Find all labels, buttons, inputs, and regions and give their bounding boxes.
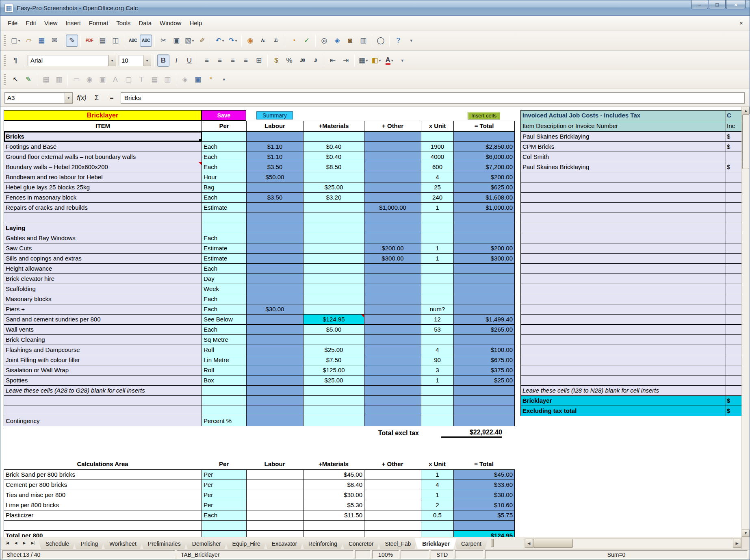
cell-labour[interactable] <box>247 254 303 264</box>
cell-other[interactable] <box>364 223 421 233</box>
maximize-button[interactable]: □ <box>709 0 726 9</box>
cell-other[interactable] <box>364 213 421 223</box>
menu-item-file[interactable]: File <box>4 17 22 28</box>
cell-labour[interactable] <box>247 345 303 355</box>
font-color-icon[interactable]: A▾ <box>383 54 395 67</box>
cell-other[interactable] <box>364 294 421 304</box>
invoice-amount-cell[interactable] <box>726 284 741 294</box>
calc-cell-item[interactable]: Lime per 800 bricks <box>4 500 202 510</box>
cell-total[interactable] <box>454 304 515 315</box>
cell-labour[interactable]: $3.50 <box>247 162 303 172</box>
calc-cell-per[interactable]: Per <box>202 500 247 510</box>
invoice-description-cell[interactable] <box>521 376 726 386</box>
sum-button[interactable]: Σ <box>91 92 103 104</box>
calc-cell-total[interactable]: $30.00 <box>454 490 515 500</box>
vertical-scroll-thumb[interactable] <box>742 114 749 169</box>
column-header-per[interactable]: Per <box>202 121 247 132</box>
cell-materials[interactable] <box>303 172 364 182</box>
previous-sheet-button[interactable]: ◀ <box>11 539 20 547</box>
cell-materials[interactable] <box>303 304 364 315</box>
invoice-description-cell[interactable] <box>521 193 726 203</box>
column-header-item[interactable]: ITEM <box>4 121 202 132</box>
cell-total[interactable]: $200.00 <box>454 243 515 254</box>
calc-cell-other[interactable] <box>364 490 421 500</box>
invoice-description-cell[interactable] <box>521 203 726 213</box>
cell-item[interactable]: Contingency <box>4 416 202 426</box>
invoice-amount-cell[interactable] <box>726 172 741 182</box>
calc-cell-materials[interactable]: $45.00 <box>303 470 364 480</box>
sheet-title-cell[interactable]: Bricklayer <box>4 110 202 121</box>
styles-and-formatting-icon[interactable]: ¶ <box>9 54 22 67</box>
cell-labour[interactable] <box>247 355 303 365</box>
cell-total[interactable]: $7,200.00 <box>454 162 515 172</box>
invoice-amount-cell[interactable] <box>726 243 741 254</box>
align-right-icon[interactable]: ≡ <box>227 54 239 67</box>
invoice-description-cell[interactable] <box>521 274 726 284</box>
add-decimal-icon[interactable]: .00 <box>296 54 308 67</box>
invoice-amount-cell[interactable] <box>726 274 741 284</box>
cell-total[interactable]: $1,499.40 <box>454 315 515 325</box>
cell-total[interactable]: $675.00 <box>454 355 515 365</box>
cell-unit[interactable]: 1900 <box>421 142 454 152</box>
cell-labour[interactable] <box>247 416 303 426</box>
cell-total[interactable]: $1,608.00 <box>454 193 515 203</box>
invoice-amount-header-cell[interactable]: C <box>726 111 741 121</box>
cell-item[interactable]: Flashings and Dampcourse <box>4 345 202 355</box>
cell-unit[interactable]: num? <box>421 304 454 315</box>
name-box-dropdown[interactable]: ▾ <box>65 93 72 103</box>
cell-per[interactable]: Each <box>202 233 247 243</box>
invoice-description-cell[interactable] <box>521 355 726 365</box>
cell-per[interactable]: Sq Metre <box>202 335 247 345</box>
close-button[interactable]: × <box>726 0 746 9</box>
cell-unit[interactable] <box>421 386 454 396</box>
cell-total[interactable]: $375.00 <box>454 365 515 376</box>
cell-per[interactable] <box>202 396 247 406</box>
invoice-amount-cell[interactable] <box>726 386 741 396</box>
cell-materials[interactable]: $5.00 <box>303 325 364 335</box>
undo-icon[interactable]: ↶▾ <box>214 35 226 47</box>
cell-other[interactable] <box>364 142 421 152</box>
cell-item[interactable]: Spotties <box>4 376 202 386</box>
cell-per[interactable]: Roll <box>202 365 247 376</box>
cell-total[interactable] <box>454 396 515 406</box>
function-wizard-button[interactable]: f(x) <box>76 92 88 104</box>
invoice-amount-cell[interactable] <box>726 294 741 304</box>
cell-materials[interactable] <box>303 335 364 345</box>
invoice-amount-cell[interactable] <box>726 335 741 345</box>
invoice-amount-cell[interactable]: $ <box>726 162 741 172</box>
cell-materials[interactable] <box>303 274 364 284</box>
summary-button[interactable]: Summary <box>256 111 293 119</box>
cell-item[interactable]: Scaffolding <box>4 284 202 294</box>
cell-other[interactable] <box>364 325 421 335</box>
invoice-title-cell[interactable]: Invoiced Actual Job Costs - Includes Tax <box>521 111 726 121</box>
cell-item[interactable]: Masonary blocks <box>4 294 202 304</box>
decrease-indent-icon[interactable]: ⇤ <box>327 54 339 67</box>
cell-item[interactable]: Brick elevator hire <box>4 274 202 284</box>
cell-total[interactable] <box>454 233 515 243</box>
cell-item[interactable]: Leave these cells (A28 to G28) blank for… <box>4 386 202 396</box>
scroll-down-button[interactable]: ▼ <box>742 530 750 537</box>
cell-other[interactable] <box>364 172 421 182</box>
new-document-icon[interactable]: ▢▾ <box>9 35 22 47</box>
cell-labour[interactable]: $3.50 <box>247 193 303 203</box>
sort-ascending-icon[interactable]: A↓ <box>257 35 269 47</box>
cell-unit[interactable] <box>421 284 454 294</box>
menu-item-view[interactable]: View <box>40 17 61 28</box>
cell-materials[interactable]: $25.00 <box>303 182 364 193</box>
data-sources-icon[interactable]: ▥ <box>357 35 369 47</box>
cell-total[interactable] <box>454 132 515 142</box>
zoom-icon[interactable]: ◯ <box>375 35 387 47</box>
gallery-icon[interactable]: ◙ <box>344 35 356 47</box>
cell-per[interactable]: Each <box>202 152 247 162</box>
align-justified-icon[interactable]: ≡ <box>240 54 252 67</box>
cell-materials[interactable]: $0.40 <box>303 142 364 152</box>
status-selection-mode[interactable]: STD <box>431 550 453 559</box>
sheet-tab-concretor[interactable]: Concretor <box>341 538 380 549</box>
invoice-amount-cell[interactable] <box>726 304 741 315</box>
cell-per[interactable]: Estimate <box>202 243 247 254</box>
delete-decimal-icon[interactable]: .0 <box>309 54 321 67</box>
cell-item[interactable] <box>4 213 202 223</box>
percent-format-icon[interactable]: % <box>283 54 295 67</box>
cell-total[interactable]: $1,000.00 <box>454 203 515 213</box>
cell-per[interactable] <box>202 132 247 142</box>
